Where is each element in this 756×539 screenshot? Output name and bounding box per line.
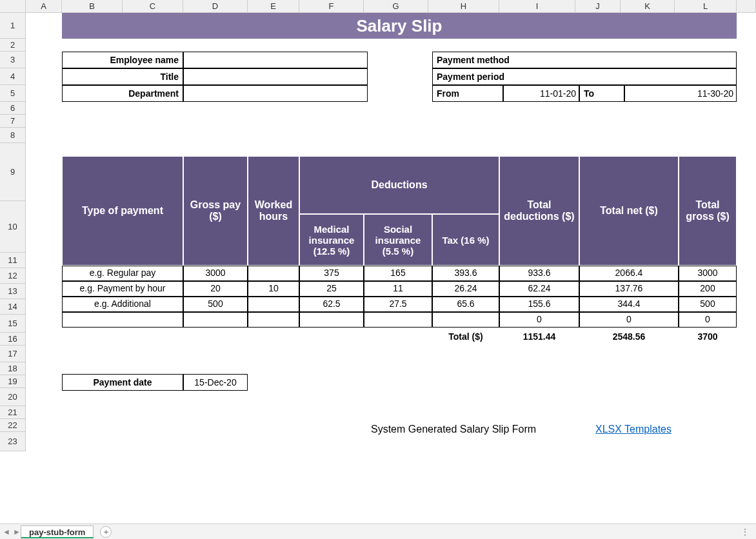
table-cell[interactable]: 26.24 [432,281,499,297]
table-cell[interactable] [299,312,364,328]
from-value[interactable]: 11-01-20 [503,85,579,102]
row-header[interactable]: 15 [0,315,26,333]
row-header[interactable]: 11 [0,253,26,268]
grid[interactable]: Salary Slip Employee name Title Departme… [26,13,756,520]
th-net: Total net ($) [579,156,679,266]
row-header[interactable]: 9 [0,143,26,201]
row-header[interactable]: 5 [0,85,26,102]
table-cell[interactable]: 27.5 [364,297,432,312]
column-header[interactable]: F [299,0,364,13]
sheet-tab[interactable]: pay-stub-form [21,525,94,538]
column-header[interactable]: G [364,0,428,13]
table-cell[interactable]: 3000 [679,266,737,281]
row-header[interactable]: 3 [0,52,26,68]
to-label: To [579,85,624,102]
employee-title-label: Title [62,68,183,85]
to-value[interactable]: 11-30-20 [624,85,737,102]
table-cell[interactable] [432,312,499,328]
table-cell[interactable] [62,312,183,328]
table-cell[interactable] [364,312,432,328]
column-headers: ABCDEFGHIJKL [0,0,756,13]
row-header[interactable]: 4 [0,68,26,85]
row-header[interactable]: 19 [0,375,26,388]
title-banner: Salary Slip [62,13,737,39]
table-cell[interactable]: e.g. Additional [62,297,183,312]
th-totalgross: Total gross ($) [679,156,737,266]
row-header[interactable]: 2 [0,39,26,52]
payment-method-label: Payment method [437,55,510,65]
row-header[interactable]: 13 [0,284,26,299]
row-headers: 1234567891011121314151617181920212223 [0,13,26,451]
totals-deductions: 1151.44 [499,328,579,346]
table-cell[interactable]: 25 [299,281,364,297]
table-cell[interactable]: 344.4 [579,297,679,312]
row-header[interactable]: 12 [0,268,26,284]
row-header[interactable]: 20 [0,388,26,406]
employee-department-field[interactable] [183,85,368,102]
table-cell[interactable]: 137.76 [579,281,679,297]
table-cell[interactable]: 393.6 [432,266,499,281]
table-cell[interactable]: 155.6 [499,297,579,312]
sheet-tab-bar: ◄ ► pay-stub-form ＋ ⋮ [0,524,756,539]
tab-scroll-left-icon[interactable]: ◄ [3,527,10,536]
table-cell[interactable]: e.g. Regular pay [62,266,183,281]
column-header[interactable]: A [26,0,62,13]
table-cell[interactable] [183,312,248,328]
row-header[interactable]: 7 [0,115,26,128]
table-cell[interactable]: 11 [364,281,432,297]
row-header[interactable]: 8 [0,128,26,143]
table-cell[interactable]: 65.6 [432,297,499,312]
row-header[interactable]: 16 [0,333,26,346]
payment-method-row: Payment method [432,52,737,68]
column-header[interactable]: H [428,0,499,13]
row-header[interactable]: 18 [0,362,26,375]
table-cell[interactable]: 375 [299,266,364,281]
row-header[interactable]: 10 [0,201,26,253]
row-header[interactable]: 21 [0,406,26,419]
column-header[interactable]: C [123,0,183,13]
table-cell[interactable]: 500 [679,297,737,312]
select-all-corner[interactable] [0,0,26,13]
tab-scroll-right-icon[interactable]: ► [13,527,21,536]
payment-date-label: Payment date [62,374,183,391]
column-header[interactable]: I [499,0,575,13]
column-header[interactable]: K [621,0,675,13]
table-cell[interactable]: 0 [499,312,579,328]
row-header[interactable]: 1 [0,13,26,39]
employee-name-field[interactable] [183,52,368,68]
table-cell[interactable]: 933.6 [499,266,579,281]
row-header[interactable]: 17 [0,346,26,362]
row-header[interactable]: 23 [0,432,26,451]
totals-gross: 3700 [679,328,737,346]
table-cell[interactable]: 10 [248,281,299,297]
table-cell[interactable]: 2066.4 [579,266,679,281]
tab-options-icon[interactable]: ⋮ [741,527,751,537]
table-cell[interactable]: 3000 [183,266,248,281]
table-cell[interactable]: 62.24 [499,281,579,297]
column-header[interactable]: B [62,0,123,13]
add-sheet-button[interactable]: ＋ [100,526,112,538]
table-cell[interactable]: 20 [183,281,248,297]
column-header[interactable]: J [575,0,621,13]
th-tax: Tax (16 %) [432,214,499,266]
payment-period-row: Payment period [432,68,737,85]
row-header[interactable]: 22 [0,419,26,432]
table-cell[interactable] [248,312,299,328]
column-header[interactable]: D [183,0,248,13]
table-cell[interactable] [248,266,299,281]
table-cell[interactable]: 165 [364,266,432,281]
table-cell[interactable]: 62.5 [299,297,364,312]
row-header[interactable]: 14 [0,299,26,315]
table-cell[interactable]: 500 [183,297,248,312]
row-header[interactable]: 6 [0,102,26,115]
footer-link[interactable]: XLSX Templates [592,420,708,438]
column-header[interactable]: L [675,0,737,13]
table-cell[interactable]: 0 [579,312,679,328]
payment-date-value[interactable]: 15-Dec-20 [183,374,248,391]
table-cell[interactable]: 0 [679,312,737,328]
table-cell[interactable]: 200 [679,281,737,297]
table-cell[interactable] [248,297,299,312]
employee-title-field[interactable] [183,68,368,85]
table-cell[interactable]: e.g. Payment by hour [62,281,183,297]
column-header[interactable]: E [248,0,299,13]
